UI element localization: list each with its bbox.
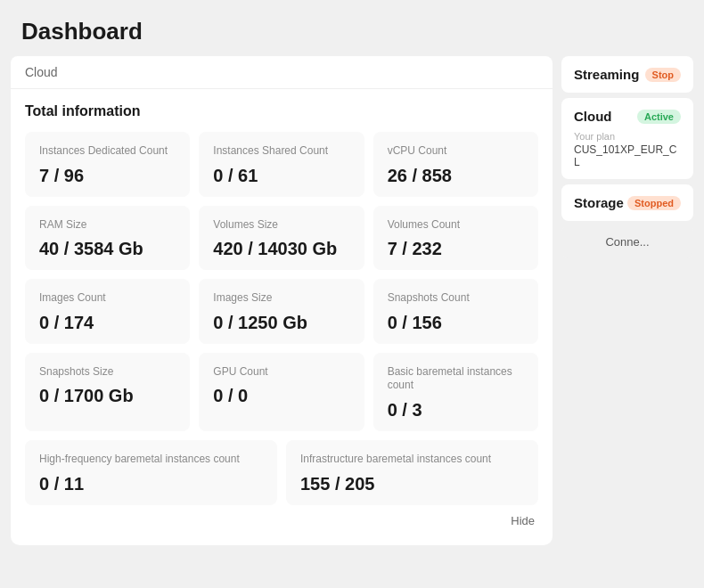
metrics-grid-bottom: High-frequency baremetal instances count… xyxy=(25,440,538,505)
plan-value: CUS_101XP_EUR_CL xyxy=(574,143,681,168)
metric-value: 7 / 232 xyxy=(388,239,524,259)
metric-card-volumes-size: Volumes Size 420 / 14030 Gb xyxy=(199,206,364,271)
metric-label: Volumes Size xyxy=(213,218,349,233)
storage-row: Storage Stopped xyxy=(574,195,681,210)
cloud-card: Cloud Active Your plan CUS_101XP_EUR_CL xyxy=(561,98,693,179)
cloud-badge[interactable]: Active xyxy=(637,110,681,124)
metric-label: High-frequency baremetal instances count xyxy=(39,453,263,467)
metric-label: Infrastructure baremetal instances count xyxy=(300,453,524,467)
metric-label: Basic baremetal instances count xyxy=(388,365,524,393)
metric-label: Volumes Count xyxy=(388,218,524,233)
metric-label: RAM Size xyxy=(39,218,176,233)
metric-value: 0 / 156 xyxy=(388,313,524,333)
metric-value: 0 / 61 xyxy=(213,166,349,186)
storage-badge[interactable]: Stopped xyxy=(627,196,681,210)
streaming-name: Streaming xyxy=(574,67,639,82)
connect-button[interactable]: Conne... xyxy=(561,226,693,257)
metric-value: 0 / 1250 Gb xyxy=(213,313,349,333)
metric-label: Snapshots Count xyxy=(388,291,524,306)
cloud-bar-label: Cloud xyxy=(25,65,58,79)
metric-value: 420 / 14030 Gb xyxy=(213,239,349,259)
metric-value: 26 / 858 xyxy=(388,166,524,186)
metric-label: Instances Shared Count xyxy=(213,144,349,159)
metric-label: Instances Dedicated Count xyxy=(39,144,176,159)
metric-card-snapshots-count: Snapshots Count 0 / 156 xyxy=(373,279,538,344)
metric-card-baremetal-basic: Basic baremetal instances count 0 / 3 xyxy=(373,353,538,431)
metric-label: Images Size xyxy=(213,291,349,306)
storage-card: Storage Stopped xyxy=(561,184,693,221)
metric-card-gpu: GPU Count 0 / 0 xyxy=(199,353,364,431)
metric-label: GPU Count xyxy=(213,365,349,380)
metric-value: 155 / 205 xyxy=(300,474,524,494)
metric-card-instances-shared: Instances Shared Count 0 / 61 xyxy=(199,132,364,197)
streaming-row: Streaming Stop xyxy=(574,67,681,82)
hide-button[interactable]: Hide xyxy=(25,505,538,531)
plan-label: Your plan xyxy=(574,131,681,142)
metric-value: 0 / 3 xyxy=(388,400,524,421)
metric-card-images-size: Images Size 0 / 1250 Gb xyxy=(199,279,364,344)
metric-value: 40 / 3584 Gb xyxy=(39,239,176,259)
total-info-title: Total information xyxy=(25,103,538,119)
metric-card-ram: RAM Size 40 / 3584 Gb xyxy=(25,206,190,271)
metric-card-instances-dedicated: Instances Dedicated Count 7 / 96 xyxy=(25,132,190,197)
streaming-card: Streaming Stop xyxy=(561,56,693,93)
cloud-name: Cloud xyxy=(574,109,612,124)
metric-value: 0 / 0 xyxy=(213,386,349,406)
cloud-row: Cloud Active xyxy=(574,109,681,124)
metric-card-hf-baremetal: High-frequency baremetal instances count… xyxy=(25,440,277,505)
total-info-card: Total information Instances Dedicated Co… xyxy=(11,89,553,545)
metrics-grid: Instances Dedicated Count 7 / 96 Instanc… xyxy=(25,132,538,431)
streaming-badge[interactable]: Stop xyxy=(645,68,681,82)
metric-card-images-count: Images Count 0 / 174 xyxy=(25,279,190,344)
metric-value: 7 / 96 xyxy=(39,166,176,186)
metric-card-vcpu: vCPU Count 26 / 858 xyxy=(373,132,538,197)
metric-value: 0 / 11 xyxy=(39,474,263,494)
metric-label: vCPU Count xyxy=(388,144,524,159)
metric-value: 0 / 174 xyxy=(39,313,176,333)
storage-name: Storage xyxy=(574,195,624,210)
metric-value: 0 / 1700 Gb xyxy=(39,386,176,406)
metric-card-infra-baremetal: Infrastructure baremetal instances count… xyxy=(286,440,538,505)
cloud-bar: Cloud xyxy=(11,56,553,89)
metric-label: Snapshots Size xyxy=(39,365,176,380)
metric-card-snapshots-size: Snapshots Size 0 / 1700 Gb xyxy=(25,353,190,431)
page-title: Dashboard xyxy=(0,0,704,56)
metric-card-volumes-count: Volumes Count 7 / 232 xyxy=(373,206,538,271)
left-panel: Cloud Total information Instances Dedica… xyxy=(11,56,553,545)
metric-label: Images Count xyxy=(39,291,176,306)
right-panel: Streaming Stop Cloud Active Your plan CU… xyxy=(561,56,693,545)
